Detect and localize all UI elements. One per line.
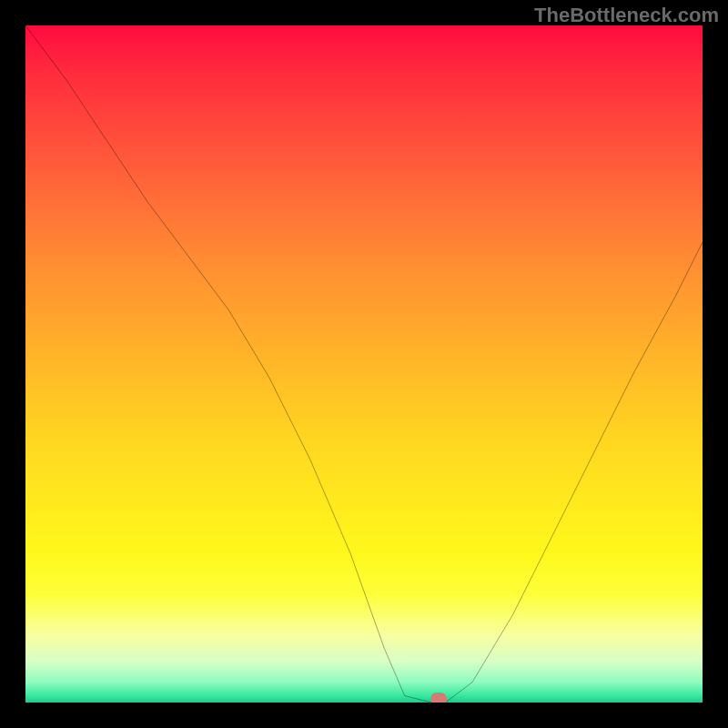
bottleneck-curve xyxy=(25,25,703,703)
optimal-marker xyxy=(430,693,447,703)
plot-area xyxy=(25,25,703,703)
watermark-text: TheBottleneck.com xyxy=(534,4,719,27)
